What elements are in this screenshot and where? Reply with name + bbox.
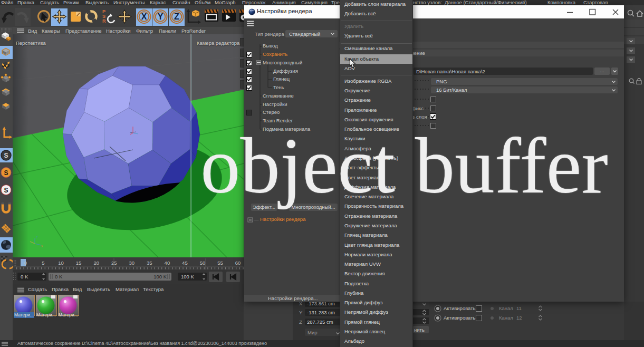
svg-text:100 K: 100 K	[181, 274, 194, 279]
svg-text:0 K: 0 K	[21, 274, 28, 279]
svg-text:45: 45	[182, 260, 188, 266]
svg-text:5: 5	[42, 260, 44, 266]
svg-text:S: S	[4, 152, 8, 159]
svg-text:10: 10	[58, 260, 64, 266]
svg-text:z: z	[36, 235, 38, 239]
svg-text:60: 60	[235, 260, 241, 266]
svg-text:S: S	[4, 169, 8, 177]
svg-text:R: R	[102, 18, 106, 24]
svg-text:X: X	[141, 12, 147, 21]
svg-text:15: 15	[76, 260, 82, 266]
svg-text:40: 40	[165, 260, 170, 266]
svg-text:Z: Z	[174, 12, 179, 21]
svg-text:Y: Y	[158, 12, 164, 21]
svg-text:0: 0	[24, 260, 27, 266]
svg-text:30: 30	[129, 260, 135, 266]
svg-text:50: 50	[200, 260, 206, 266]
svg-text:35: 35	[147, 260, 152, 266]
svg-text:100 K: 100 K	[153, 274, 167, 279]
svg-text:x: x	[41, 244, 43, 248]
svg-text:20: 20	[93, 260, 99, 266]
svg-text:55: 55	[217, 260, 223, 266]
svg-text:S: S	[4, 187, 8, 194]
svg-text:0 K: 0 K	[55, 274, 63, 279]
